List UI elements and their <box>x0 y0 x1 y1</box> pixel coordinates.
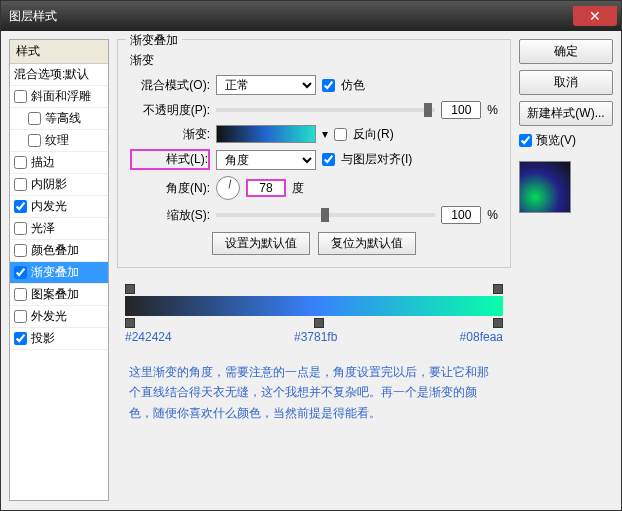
style-item[interactable]: 斜面和浮雕 <box>10 86 108 108</box>
style-item[interactable]: 等高线 <box>10 108 108 130</box>
scale-label: 缩放(S): <box>130 207 210 224</box>
degree-label: 度 <box>292 180 304 197</box>
set-default-button[interactable]: 设置为默认值 <box>212 232 310 255</box>
style-item-checkbox[interactable] <box>28 134 41 147</box>
style-item-checkbox[interactable] <box>14 90 27 103</box>
gradient-label: 渐变: <box>130 126 210 143</box>
ok-button[interactable]: 确定 <box>519 39 613 64</box>
preview-checkbox[interactable] <box>519 134 532 147</box>
style-item[interactable]: 渐变叠加 <box>10 262 108 284</box>
pct-label: % <box>487 103 498 117</box>
reverse-label: 反向(R) <box>353 126 394 143</box>
styles-list: 样式 混合选项:默认 斜面和浮雕等高线纹理描边内阴影内发光光泽颜色叠加渐变叠加图… <box>9 39 109 501</box>
style-item-label: 内发光 <box>31 198 67 215</box>
style-item[interactable]: 图案叠加 <box>10 284 108 306</box>
gradient-editor[interactable] <box>125 296 503 316</box>
style-item-label: 纹理 <box>45 132 69 149</box>
dither-label: 仿色 <box>341 77 365 94</box>
tutorial-note: 这里渐变的角度，需要注意的一点是，角度设置完以后，要让它和那个直线结合得天衣无缝… <box>125 362 503 423</box>
style-item-checkbox[interactable] <box>14 178 27 191</box>
style-item-label: 描边 <box>31 154 55 171</box>
style-item-label: 光泽 <box>31 220 55 237</box>
style-item[interactable]: 颜色叠加 <box>10 240 108 262</box>
reverse-checkbox[interactable] <box>334 128 347 141</box>
window-title: 图层样式 <box>9 8 57 25</box>
align-checkbox[interactable] <box>322 153 335 166</box>
opacity-slider[interactable] <box>216 108 435 112</box>
angle-wheel[interactable] <box>216 176 240 200</box>
style-select[interactable]: 角度 <box>216 150 316 170</box>
angle-label: 角度(N): <box>130 180 210 197</box>
style-item-checkbox[interactable] <box>14 288 27 301</box>
close-icon[interactable]: ✕ <box>573 6 617 26</box>
cancel-button[interactable]: 取消 <box>519 70 613 95</box>
style-item[interactable]: 纹理 <box>10 130 108 152</box>
style-item-label: 渐变叠加 <box>31 264 79 281</box>
preview-label: 预览(V) <box>536 132 576 149</box>
blendmode-label: 混合模式(O): <box>130 77 210 94</box>
preview-swatch <box>519 161 571 213</box>
blendmode-select[interactable]: 正常 <box>216 75 316 95</box>
chevron-down-icon[interactable]: ▾ <box>322 127 328 141</box>
style-item[interactable]: 内发光 <box>10 196 108 218</box>
style-item[interactable]: 投影 <box>10 328 108 350</box>
reset-default-button[interactable]: 复位为默认值 <box>318 232 416 255</box>
group-title: 渐变叠加 <box>126 32 182 49</box>
color-stop-2: #3781fb <box>294 330 337 344</box>
style-item[interactable]: 内阴影 <box>10 174 108 196</box>
style-item-checkbox[interactable] <box>14 156 27 169</box>
style-item-checkbox[interactable] <box>14 222 27 235</box>
scale-slider[interactable] <box>216 213 435 217</box>
style-item-checkbox[interactable] <box>14 310 27 323</box>
pct-label: % <box>487 208 498 222</box>
sub-title: 渐变 <box>130 52 498 69</box>
align-label: 与图层对齐(I) <box>341 151 412 168</box>
color-stop-1: #242424 <box>125 330 172 344</box>
style-item-label: 投影 <box>31 330 55 347</box>
style-item-checkbox[interactable] <box>14 266 27 279</box>
opacity-label: 不透明度(P): <box>130 102 210 119</box>
scale-input[interactable] <box>441 206 481 224</box>
style-item-label: 内阴影 <box>31 176 67 193</box>
style-item-label: 等高线 <box>45 110 81 127</box>
opacity-input[interactable] <box>441 101 481 119</box>
style-item-label: 外发光 <box>31 308 67 325</box>
blend-options-row[interactable]: 混合选项:默认 <box>10 64 108 86</box>
style-item-label: 颜色叠加 <box>31 242 79 259</box>
style-item[interactable]: 描边 <box>10 152 108 174</box>
style-item-checkbox[interactable] <box>14 200 27 213</box>
style-item[interactable]: 外发光 <box>10 306 108 328</box>
angle-input[interactable] <box>246 179 286 197</box>
style-item-label: 图案叠加 <box>31 286 79 303</box>
new-style-button[interactable]: 新建样式(W)... <box>519 101 613 126</box>
color-stop-3: #08feaa <box>460 330 503 344</box>
dither-checkbox[interactable] <box>322 79 335 92</box>
styles-header: 样式 <box>10 40 108 64</box>
style-item-checkbox[interactable] <box>14 244 27 257</box>
style-label: 样式(L): <box>130 149 210 170</box>
gradient-picker[interactable] <box>216 125 316 143</box>
style-item-checkbox[interactable] <box>28 112 41 125</box>
style-item-label: 斜面和浮雕 <box>31 88 91 105</box>
style-item[interactable]: 光泽 <box>10 218 108 240</box>
style-item-checkbox[interactable] <box>14 332 27 345</box>
